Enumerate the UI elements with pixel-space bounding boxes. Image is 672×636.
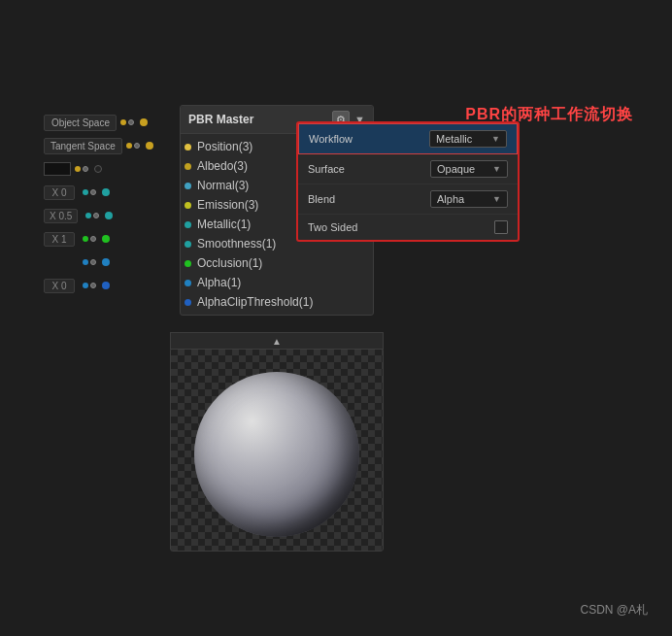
x05-dots (85, 213, 99, 218)
port-dot-2 (146, 142, 153, 150)
x0b-dots (83, 283, 96, 288)
workflow-row-surface: Surface Opaque ▼ (298, 154, 518, 184)
object-space-label: Object Space (44, 115, 117, 131)
watermark: CSDN @A札 (580, 602, 648, 619)
pbr-port-occlusion: Occlusion(1) (181, 253, 373, 273)
dot-yellow-2 (126, 143, 132, 149)
blend-label: Blend (308, 193, 335, 205)
pbr-port-alphaclip: AlphaClipThreshold(1) (181, 292, 373, 312)
x1-row: X 1 (44, 228, 153, 250)
pbr-title: PBR Master (188, 113, 253, 126)
dot-gray-1 (128, 119, 134, 125)
alpha-row (44, 251, 153, 273)
color-swatch[interactable] (44, 162, 71, 176)
up-arrow-icon: ▲ (272, 336, 282, 347)
x05-row: X 0.5 (44, 205, 153, 226)
port-dot-metallic (185, 221, 191, 228)
x1-dots (83, 236, 96, 242)
port-dot-normal (185, 183, 191, 189)
port-dot-6 (102, 235, 110, 243)
port-dot-5 (105, 212, 113, 219)
dot-teal-2 (85, 213, 91, 218)
port-dot-1 (140, 118, 148, 126)
workflow-dropdown-alpha[interactable]: Alpha ▼ (430, 190, 508, 208)
color-dots (75, 166, 88, 172)
workflow-panel: Workflow Metallic ▼ Surface Opaque ▼ Ble… (296, 121, 520, 242)
dot-teal-1 (83, 189, 88, 195)
preview-up-arrow-bar[interactable]: ▲ (170, 332, 384, 350)
port-dot-occlusion (185, 260, 191, 267)
port-label-albedo: Albedo(3) (197, 159, 248, 173)
two-sided-checkbox[interactable] (494, 220, 508, 234)
workflow-row-blend: Blend Alpha ▼ (298, 184, 518, 215)
dot-blue-1 (83, 259, 88, 265)
preview-sphere (194, 372, 359, 537)
opaque-value: Opaque (437, 163, 475, 175)
port-label-metallic: Metallic(1) (197, 218, 251, 231)
x1-value[interactable]: X 1 (44, 232, 75, 247)
dot-green-1 (83, 236, 88, 242)
dot-gray-3 (83, 166, 88, 172)
two-sided-label: Two Sided (308, 221, 357, 233)
port-dot-emission (185, 202, 191, 209)
dot-yellow-1 (120, 119, 126, 125)
port-label-occlusion: Occlusion(1) (197, 256, 262, 270)
port-label-emission: Emission(3) (197, 198, 258, 212)
x0-row: X 0 (44, 182, 153, 203)
alpha-value: Alpha (437, 193, 464, 205)
x0-value[interactable]: X 0 (44, 185, 75, 200)
x0-dots (83, 189, 96, 195)
dot-gray-4 (90, 189, 96, 195)
port-label-normal: Normal(3) (197, 179, 249, 192)
alpha-dots (83, 259, 96, 265)
metallic-value: Metallic (436, 133, 472, 145)
object-space-row: Object Space (44, 112, 153, 133)
tangent-space-dots (126, 143, 140, 149)
opaque-arrow-icon: ▼ (492, 164, 501, 174)
workflow-row-workflow: Workflow Metallic ▼ (298, 123, 518, 154)
tangent-space-label: Tangent Space (44, 138, 122, 154)
port-dot-albedo (185, 163, 191, 170)
x05-value[interactable]: X 0.5 (44, 209, 78, 223)
port-label-alpha: Alpha(1) (197, 276, 241, 289)
workflow-dropdown-opaque[interactable]: Opaque ▼ (430, 160, 508, 178)
port-label-smoothness: Smoothness(1) (197, 237, 276, 251)
workflow-label: Workflow (309, 133, 353, 145)
port-dot-alpha (185, 280, 191, 286)
dot-gray-7 (90, 259, 96, 265)
dot-yellow-3 (75, 166, 81, 172)
left-side-panel: Object Space Tangent Space (44, 112, 153, 298)
metallic-arrow-icon: ▼ (491, 134, 500, 144)
port-label-position: Position(3) (197, 140, 252, 153)
main-container: PBR的两种工作流切换 Object Space Tangent Space (0, 0, 672, 636)
port-dot-4 (102, 188, 110, 196)
workflow-row-two-sided: Two Sided (298, 215, 518, 240)
port-label-alphaclip: AlphaClipThreshold(1) (197, 295, 313, 309)
port-dot-8 (102, 282, 110, 289)
port-dot-smoothness (185, 241, 191, 248)
preview-area (170, 348, 384, 552)
x0b-value[interactable]: X 0 (44, 279, 75, 293)
tangent-space-row: Tangent Space (44, 135, 153, 156)
pbr-port-alpha: Alpha(1) (181, 273, 373, 292)
surface-label: Surface (308, 163, 345, 175)
port-dot-3 (94, 165, 102, 173)
x0b-row: X 0 (44, 275, 153, 296)
dot-gray-8 (90, 283, 96, 288)
dot-gray-2 (134, 143, 140, 149)
port-dot-position (185, 144, 191, 151)
object-space-dots (120, 119, 134, 125)
color-swatch-row (44, 158, 153, 180)
alpha-empty (44, 261, 75, 263)
dot-gray-6 (90, 236, 96, 242)
dot-blue-2 (83, 283, 88, 288)
workflow-dropdown-metallic[interactable]: Metallic ▼ (429, 130, 507, 148)
alpha-arrow-icon: ▼ (492, 194, 501, 204)
port-dot-7 (102, 258, 110, 266)
port-dot-alphaclip (185, 299, 191, 306)
dot-gray-5 (93, 213, 99, 218)
